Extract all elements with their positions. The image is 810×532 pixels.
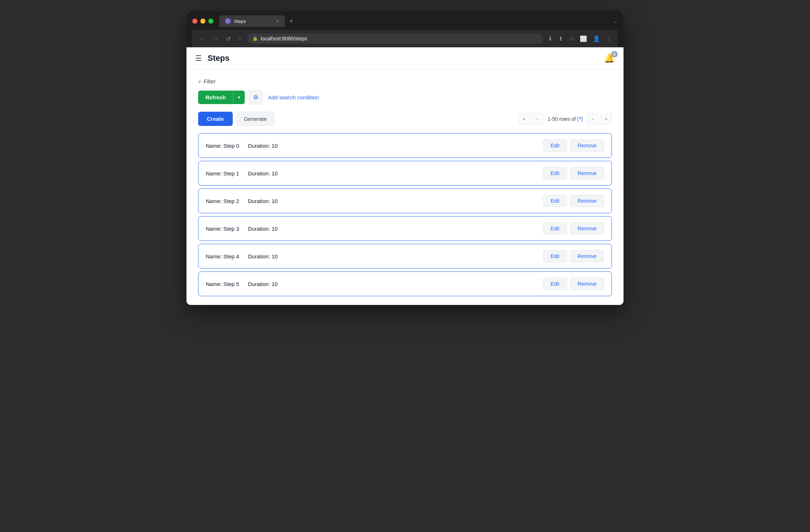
step-row: Name: Step 1 Duration: 10 Edit Remove xyxy=(198,161,612,186)
step-duration: Duration: 10 xyxy=(248,226,278,232)
tab-list-chevron-icon[interactable]: ⌄ xyxy=(613,18,618,24)
step-actions: Edit Remove xyxy=(543,167,604,179)
step-row: Name: Step 5 Duration: 10 Edit Remove xyxy=(198,271,612,296)
step-name: Name: Step 5 xyxy=(206,281,239,287)
step-actions: Edit Remove xyxy=(543,195,604,207)
hamburger-menu-icon[interactable]: ☰ xyxy=(195,54,202,63)
step-actions: Edit Remove xyxy=(543,222,604,235)
gear-icon: ⚙ xyxy=(253,94,258,101)
notification-bell-button[interactable]: 🔔 0 xyxy=(604,53,615,63)
browser-menu-icon[interactable]: ⋮ xyxy=(606,35,612,42)
url-text: localhost:8080/steps xyxy=(261,36,538,41)
address-bar-container: ← → ↺ ⌂ 🔒 localhost:8080/steps ⬇ ⬆ ☆ ⬜ 👤… xyxy=(192,30,618,47)
browser-window: ⬡ Steps × + ⌄ ← → ↺ ⌂ 🔒 localhost:8080/s… xyxy=(186,11,624,305)
fullscreen-traffic-light[interactable] xyxy=(208,19,213,24)
next-page-button[interactable]: › xyxy=(587,113,599,125)
header-left: ☰ Steps xyxy=(195,53,229,63)
browser-toolbar-actions: ⬇ ⬆ ☆ ⬜ 👤 ⋮ xyxy=(548,35,612,42)
share-icon[interactable]: ⬆ xyxy=(558,35,563,42)
back-button[interactable]: ← xyxy=(198,34,207,43)
generate-button[interactable]: Generate xyxy=(236,112,275,126)
pagination-range: 1-50 rows of xyxy=(547,116,575,122)
lock-icon: 🔒 xyxy=(252,36,258,41)
edit-button[interactable]: Edit xyxy=(543,222,567,235)
step-actions: Edit Remove xyxy=(543,139,604,152)
tab-title: Steps xyxy=(234,19,246,24)
add-search-condition-button[interactable]: Add search condition xyxy=(267,91,321,103)
refresh-button-group: Refresh ▾ xyxy=(198,91,245,104)
step-info: Name: Step 2 Duration: 10 xyxy=(206,198,278,204)
main-content: ∨ Filter Refresh ▾ ⚙ Add search conditio… xyxy=(186,70,624,305)
address-bar[interactable]: 🔒 localhost:8080/steps xyxy=(247,33,543,44)
step-name: Name: Step 4 xyxy=(206,253,239,259)
prev-page-button[interactable]: ‹ xyxy=(531,113,543,125)
edit-button[interactable]: Edit xyxy=(543,278,567,290)
step-info: Name: Step 1 Duration: 10 xyxy=(206,170,278,176)
remove-button[interactable]: Remove xyxy=(570,195,604,207)
steps-list: Name: Step 0 Duration: 10 Edit Remove Na… xyxy=(198,133,612,296)
notification-badge: 0 xyxy=(611,51,618,57)
remove-button[interactable]: Remove xyxy=(570,222,604,235)
step-row: Name: Step 3 Duration: 10 Edit Remove xyxy=(198,216,612,241)
step-name: Name: Step 3 xyxy=(206,226,239,232)
home-button[interactable]: ⌂ xyxy=(236,34,243,43)
edit-button[interactable]: Edit xyxy=(543,139,567,152)
download-icon[interactable]: ⬇ xyxy=(548,35,553,42)
settings-button[interactable]: ⚙ xyxy=(248,90,263,104)
remove-button[interactable]: Remove xyxy=(570,139,604,152)
action-left-buttons: Create Generate xyxy=(198,112,274,126)
browser-chrome: ⬡ Steps × + ⌄ ← → ↺ ⌂ 🔒 localhost:8080/s… xyxy=(186,11,624,47)
split-icon[interactable]: ⬜ xyxy=(580,35,587,42)
forward-button[interactable]: → xyxy=(211,34,220,43)
filter-section: ∨ Filter Refresh ▾ ⚙ Add search conditio… xyxy=(198,78,612,104)
tab-close-button[interactable]: × xyxy=(276,18,279,24)
edit-button[interactable]: Edit xyxy=(543,195,567,207)
tab-favicon-icon: ⬡ xyxy=(225,18,231,24)
filter-toggle[interactable]: ∨ Filter xyxy=(198,78,612,84)
step-actions: Edit Remove xyxy=(543,278,604,290)
pagination-controls: « ‹ 1-50 rows of [?] › » xyxy=(518,113,612,125)
step-row: Name: Step 4 Duration: 10 Edit Remove xyxy=(198,244,612,269)
reload-button[interactable]: ↺ xyxy=(224,34,232,44)
page-title: Steps xyxy=(208,53,229,63)
new-tab-button[interactable]: + xyxy=(286,17,296,25)
app-content: ☰ Steps 🔔 0 ∨ Filter Refresh xyxy=(186,47,624,305)
step-name: Name: Step 1 xyxy=(206,170,239,176)
edit-button[interactable]: Edit xyxy=(543,250,567,262)
step-info: Name: Step 0 Duration: 10 xyxy=(206,143,278,149)
step-info: Name: Step 4 Duration: 10 xyxy=(206,253,278,259)
filter-controls: Refresh ▾ ⚙ Add search condition xyxy=(198,90,612,104)
filter-chevron-icon: ∨ xyxy=(198,79,201,84)
pagination-info: 1-50 rows of [?] xyxy=(547,116,583,122)
edit-button[interactable]: Edit xyxy=(543,167,567,179)
step-actions: Edit Remove xyxy=(543,250,604,262)
create-button[interactable]: Create xyxy=(198,112,233,126)
profile-icon[interactable]: 👤 xyxy=(593,35,600,42)
active-tab[interactable]: ⬡ Steps × xyxy=(219,15,285,27)
browser-titlebar: ⬡ Steps × + ⌄ xyxy=(192,15,618,27)
step-row: Name: Step 0 Duration: 10 Edit Remove xyxy=(198,133,612,158)
remove-button[interactable]: Remove xyxy=(570,167,604,179)
traffic-lights xyxy=(192,19,213,24)
step-duration: Duration: 10 xyxy=(248,281,278,287)
step-info: Name: Step 3 Duration: 10 xyxy=(206,226,278,232)
step-row: Name: Step 2 Duration: 10 Edit Remove xyxy=(198,188,612,213)
refresh-button[interactable]: Refresh xyxy=(198,91,233,104)
step-info: Name: Step 5 Duration: 10 xyxy=(206,281,278,287)
last-page-button[interactable]: » xyxy=(600,113,612,125)
header-right: 🔔 0 xyxy=(604,53,615,63)
refresh-dropdown-button[interactable]: ▾ xyxy=(233,91,245,104)
step-duration: Duration: 10 xyxy=(248,170,278,176)
step-duration: Duration: 10 xyxy=(248,253,278,259)
browser-tabs: ⬡ Steps × + ⌄ xyxy=(219,15,618,27)
action-bar: Create Generate « ‹ 1-50 rows of [?] › » xyxy=(198,112,612,126)
pagination-total: [?] xyxy=(577,116,583,122)
step-name: Name: Step 2 xyxy=(206,198,239,204)
close-traffic-light[interactable] xyxy=(192,19,197,24)
minimize-traffic-light[interactable] xyxy=(200,19,205,24)
first-page-button[interactable]: « xyxy=(518,113,530,125)
remove-button[interactable]: Remove xyxy=(570,250,604,262)
app-header: ☰ Steps 🔔 0 xyxy=(186,47,624,70)
star-icon[interactable]: ☆ xyxy=(569,35,574,42)
remove-button[interactable]: Remove xyxy=(570,278,604,290)
